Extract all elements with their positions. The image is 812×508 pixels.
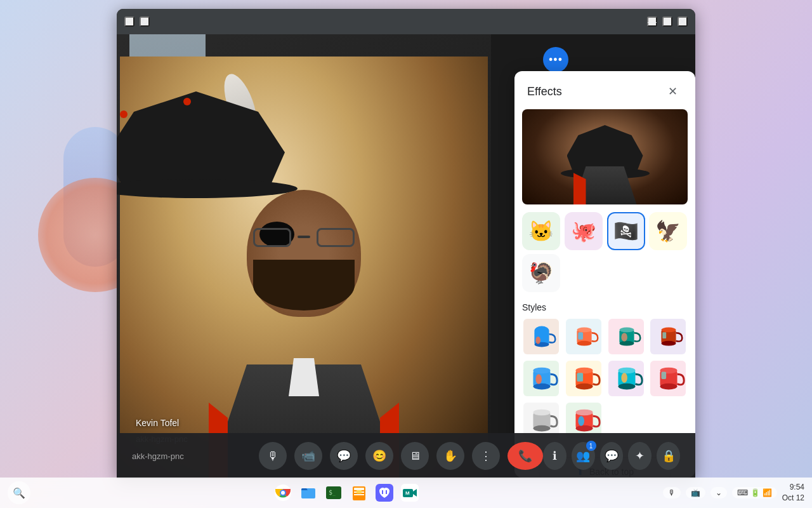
style-item-5[interactable] <box>522 359 560 398</box>
more-ctrl-button[interactable]: ⋮ <box>472 442 500 470</box>
styles-grid <box>522 318 688 439</box>
browser-back-button[interactable]: ← <box>124 17 134 27</box>
svg-rect-58 <box>354 488 364 490</box>
svg-point-42 <box>533 410 550 416</box>
taskbar-center: $ _ M <box>33 481 660 504</box>
screen-sys-icon: 📺 <box>691 488 700 497</box>
battery-icon: 🔋 <box>750 488 760 497</box>
style-item-1[interactable] <box>522 318 560 356</box>
style-item-4[interactable] <box>649 318 687 356</box>
end-call-button[interactable]: 📞 <box>508 442 543 470</box>
svg-point-32 <box>618 368 635 374</box>
svg-point-17 <box>662 328 676 333</box>
keyboard-icon: ⌨ <box>737 488 748 497</box>
controls-left: akk-hgzm-pnc <box>132 451 259 461</box>
taskbar-chrome-icon[interactable] <box>272 481 294 504</box>
mic-icon: 🎙 <box>267 450 278 463</box>
info-icon: ℹ <box>553 449 557 463</box>
browser-chrome: ← ↻ — □ ✕ <box>117 9 695 34</box>
controls-right: ℹ 👥 1 💬 ✦ 🔒 <box>543 442 680 470</box>
present-icon: 🖥 <box>409 450 421 463</box>
taskbar-archive-icon[interactable] <box>348 481 370 504</box>
taskbar: 🔍 $ _ <box>0 478 812 508</box>
taskbar-right: 🎙 📺 ⌄ ⌨ 🔋 📶 9:54 Oct 12 <box>663 482 804 504</box>
date-label: Oct 12 <box>782 493 804 504</box>
raise-hand-button[interactable]: ✋ <box>436 442 464 470</box>
style-item-6[interactable] <box>565 359 603 398</box>
svg-point-24 <box>535 374 542 384</box>
svg-text:M: M <box>405 490 410 496</box>
effects-close-button[interactable]: ✕ <box>662 81 683 102</box>
emoji-button[interactable]: 😊 <box>365 442 393 470</box>
svg-point-14 <box>621 333 627 342</box>
dots-icon: ••• <box>549 53 563 67</box>
search-button[interactable]: 🔍 <box>8 481 30 504</box>
end-call-icon: 📞 <box>518 449 532 463</box>
effect-item-pirate[interactable]: 🏴‍☠️ <box>607 212 645 250</box>
svg-point-7 <box>577 328 591 333</box>
clock-display[interactable]: 9:54 Oct 12 <box>782 482 804 504</box>
present-button[interactable]: 🖥 <box>401 442 429 470</box>
expand-sys-button[interactable]: ⌄ <box>710 487 727 498</box>
lock-button[interactable]: 🔒 <box>657 442 680 470</box>
svg-point-23 <box>533 384 550 390</box>
participant-name-label: Kevin Tofel <box>136 418 179 428</box>
expand-sys-icon: ⌄ <box>716 488 722 497</box>
svg-text:_: _ <box>332 490 336 496</box>
effect-item-cat[interactable]: 🐱 <box>522 212 560 250</box>
effects-grid: 🐱 🐙 🏴‍☠️ 🦅 🦃 <box>522 212 688 292</box>
captions-button[interactable]: 💬 <box>330 442 358 470</box>
taskbar-meet-icon[interactable]: M <box>398 481 421 504</box>
participant-video <box>120 57 488 479</box>
main-video <box>117 34 491 479</box>
meeting-code-display: akk-hgzm-pnc <box>132 451 184 461</box>
svg-point-46 <box>575 410 593 416</box>
wifi-icon: 📶 <box>763 488 772 497</box>
browser-refresh-button[interactable]: ↻ <box>140 17 150 27</box>
camera-icon: 📹 <box>301 449 315 463</box>
effect-item-octopus[interactable]: 🐙 <box>565 212 603 250</box>
effects-title: Effects <box>527 85 562 98</box>
effect-item-eagle[interactable]: 🦅 <box>649 212 687 250</box>
screen-sys-button[interactable]: 📺 <box>686 487 705 498</box>
effects-preview <box>522 109 688 204</box>
svg-point-18 <box>662 341 676 346</box>
microphone-button[interactable]: 🎙 <box>259 442 287 470</box>
browser-minimize-button[interactable]: — <box>647 17 657 27</box>
svg-rect-60 <box>354 494 364 495</box>
browser-maximize-button[interactable]: □ <box>662 17 672 27</box>
time-label: 9:54 <box>782 482 804 493</box>
style-item-8[interactable] <box>649 359 687 398</box>
people-button[interactable]: 👥 1 <box>572 442 595 470</box>
effects-header: Effects ✕ <box>514 71 695 109</box>
svg-rect-29 <box>577 373 583 382</box>
style-item-2[interactable] <box>565 318 603 356</box>
browser-content: ••• Kevin Tofel akk-hgzm-pnc Effects ✕ <box>117 34 695 479</box>
svg-point-12 <box>619 328 634 333</box>
mic-sys-button[interactable]: 🎙 <box>663 487 681 498</box>
style-item-7[interactable] <box>607 359 645 398</box>
taskbar-terminal-icon[interactable]: $ _ <box>322 481 345 504</box>
styles-section-label: Styles <box>522 302 688 312</box>
activities-button[interactable]: ✦ <box>628 442 652 470</box>
system-tray[interactable]: ⌨ 🔋 📶 <box>732 487 777 498</box>
taskbar-mastodon-icon[interactable] <box>373 481 396 504</box>
chat-button[interactable]: 💬 <box>600 442 624 470</box>
more-options-button[interactable]: ••• <box>543 47 568 72</box>
browser-close-button[interactable]: ✕ <box>678 17 688 27</box>
effect-item-turkey[interactable]: 🦃 <box>522 254 560 292</box>
style-item-3[interactable] <box>607 318 645 356</box>
svg-point-27 <box>575 368 593 374</box>
svg-point-52 <box>281 491 285 495</box>
svg-point-28 <box>575 384 593 390</box>
video-area: ••• Kevin Tofel akk-hgzm-pnc Effects ✕ <box>117 34 695 479</box>
info-button[interactable]: ℹ <box>543 442 566 470</box>
lock-icon: 🔒 <box>662 449 676 463</box>
svg-point-38 <box>660 384 678 390</box>
camera-button[interactable]: 📹 <box>294 442 322 470</box>
taskbar-files-icon[interactable] <box>297 481 320 504</box>
people-icon: 👥 <box>576 449 590 463</box>
svg-rect-19 <box>663 332 667 338</box>
raise-hand-icon: ✋ <box>443 449 457 463</box>
control-bar: akk-hgzm-pnc 🎙 📹 💬 😊 <box>117 433 695 479</box>
